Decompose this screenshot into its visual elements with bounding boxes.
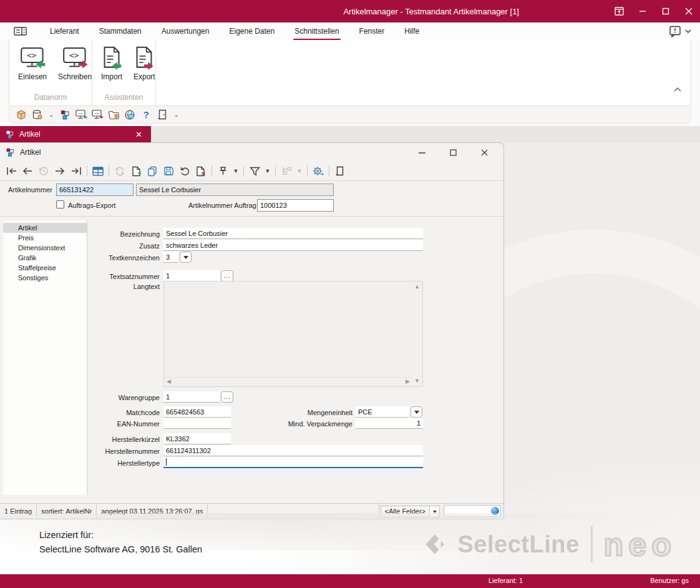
refresh-icon[interactable] [112,164,127,179]
sidebar-item-staffelpreise[interactable]: Staffelpreise [3,263,87,273]
exit-door-icon[interactable] [333,164,348,179]
auftrags-export-checkbox[interactable] [56,200,64,208]
artikel-close-button[interactable] [469,143,500,162]
text-caret [166,458,167,466]
mengeneinheit-dropdown-button[interactable] [411,406,422,418]
globe-sl-icon[interactable]: SL [123,108,137,122]
notification-icon[interactable]: ! [669,26,681,37]
artikel-hierarchy-icon [5,130,14,139]
mengeneinheit-select[interactable]: PCE [356,406,409,418]
package-icon[interactable] [14,108,28,122]
herstellernummer-input[interactable]: 661124311302 [163,445,423,456]
app-statusbar: Lieferant: 1 Benutzer: gs [0,574,700,588]
monitor-write-icon: <> [61,45,89,71]
ribbon-collapse-button[interactable] [674,87,681,92]
panel-toggle-icon[interactable] [14,27,27,36]
artikel-hierarchy-icon[interactable] [58,108,72,122]
menu-eigene-daten[interactable]: Eigene Daten [219,23,284,39]
minimize-button[interactable] [631,0,654,22]
export-button[interactable]: Export [130,44,159,89]
menu-schnittstellen[interactable]: Schnittstellen [284,23,349,39]
tab-close-icon[interactable]: ✕ [132,130,146,139]
menu-fenster[interactable]: Fenster [349,23,395,39]
help-icon[interactable]: ? [139,108,153,122]
herstellerkuerzel-input[interactable]: KL3362 [163,433,231,444]
license-line2: SelectLine Software AG, 9016 St. Gallen [39,542,202,557]
import-button[interactable]: Import [97,44,126,89]
next-record-icon[interactable] [52,164,67,179]
menu-hilfe[interactable]: Hilfe [394,23,429,39]
tab-artikel[interactable]: Artikel ✕ [0,126,151,142]
einlesen-label: Einlesen [18,72,47,81]
monitor-read-small-icon[interactable]: <> [74,108,88,122]
mind-verpackmenge-label: Mind. Verpackmenge [262,420,352,428]
pin-icon[interactable] [215,164,230,179]
scroll-left-icon[interactable]: ◀ [167,379,171,385]
previous-record-icon[interactable] [20,164,35,179]
scroll-right-icon[interactable]: ▶ [406,379,410,385]
schreiben-button[interactable]: <> Schreiben [54,44,95,89]
artikel-minimize-button[interactable] [406,143,437,162]
textsatznummer-label: Textsatznummer [66,273,160,280]
ean-input[interactable] [163,418,231,429]
history-icon[interactable] [36,164,51,179]
copy-record-icon[interactable] [145,164,160,179]
first-record-icon[interactable] [4,164,19,179]
matchcode-input[interactable]: 6654824563 [163,406,231,418]
bezeichnung-input[interactable]: Sessel Le Corbusier [163,228,423,239]
table-view-icon[interactable] [90,164,105,179]
menu-auswertungen[interactable]: Auswertungen [152,23,220,39]
database-settings-icon[interactable] [31,108,44,122]
textkennzeichen-dropdown-button[interactable] [180,252,192,263]
filter-icon[interactable] [247,164,262,179]
maximize-button[interactable] [654,0,677,22]
mind-verpackmenge-input[interactable]: 1 [356,418,423,429]
menu-stammdaten[interactable]: Stammdaten [89,23,152,39]
dock-window-button[interactable] [608,0,631,22]
warengruppe-browse-button[interactable]: ... [221,391,233,403]
close-button[interactable] [677,0,700,22]
document-import-icon [101,45,122,71]
scroll-down-icon[interactable]: ▼ [414,378,420,384]
exit-door-icon[interactable] [155,108,169,122]
scroll-up-icon[interactable]: ▲ [414,284,420,290]
settings-gear-icon[interactable] [311,164,326,179]
herstellertype-input[interactable] [163,457,423,468]
textsatznummer-input[interactable]: 1 [163,270,220,282]
zusatz-label: Zusatz [66,242,160,250]
delete-record-icon[interactable] [193,164,208,179]
svg-text:SL: SL [129,114,134,118]
new-record-icon[interactable] [129,164,143,179]
dock-window-icon [615,7,624,16]
filter-dropdown-chevron-icon[interactable]: ▼ [263,168,272,174]
undo-icon[interactable] [177,164,192,179]
toolbar-options-chevron-icon[interactable]: ⌄ [172,111,180,118]
textkennzeichen-input[interactable]: 3 [163,252,178,263]
monitor-write-small-icon[interactable]: <> [90,108,104,122]
save-record-icon[interactable] [161,164,176,179]
einlesen-button[interactable]: <> Einlesen [14,44,51,89]
artikelnummer-auftrag-input[interactable]: 1000123 [257,199,334,212]
database-dropdown-chevron-icon[interactable]: ⌄ [47,111,56,118]
langtext-textarea[interactable]: ▲ ▼ ◀ ▶ [163,281,423,387]
menu-lieferant[interactable]: Lieferant [40,23,89,39]
textkennzeichen-label: Textkennzeichen [66,254,160,262]
tree-view-icon[interactable] [279,164,294,179]
langtext-horizontal-scrollbar[interactable]: ◀ ▶ [165,377,412,386]
chevron-down-icon[interactable] [685,29,691,33]
tree-dropdown-chevron-icon[interactable]: ▼ [295,168,304,174]
app-window: Artikelmanager - Testmandant Artikelmana… [0,0,700,588]
folder-icon[interactable] [107,108,120,122]
artikel-maximize-button[interactable] [437,143,469,162]
textsatznummer-browse-button[interactable]: ... [221,270,233,282]
last-record-icon[interactable] [69,164,84,179]
warengruppe-label: Warengruppe [66,394,160,401]
zusatz-input[interactable]: schwarzes Leder [163,240,423,251]
artikel-window: Artikel ▼ [0,142,504,519]
langtext-vertical-scrollbar[interactable]: ▲ ▼ [412,282,422,386]
pin-dropdown-chevron-icon[interactable]: ▼ [231,168,240,174]
warengruppe-input[interactable]: 1 [163,391,220,403]
artikelnummer-input[interactable]: 665131422 [56,184,134,196]
artikelnummer-label: Artikelnummer [8,186,52,194]
ribbon-group-datanorm: <> Einlesen <> [9,40,92,105]
